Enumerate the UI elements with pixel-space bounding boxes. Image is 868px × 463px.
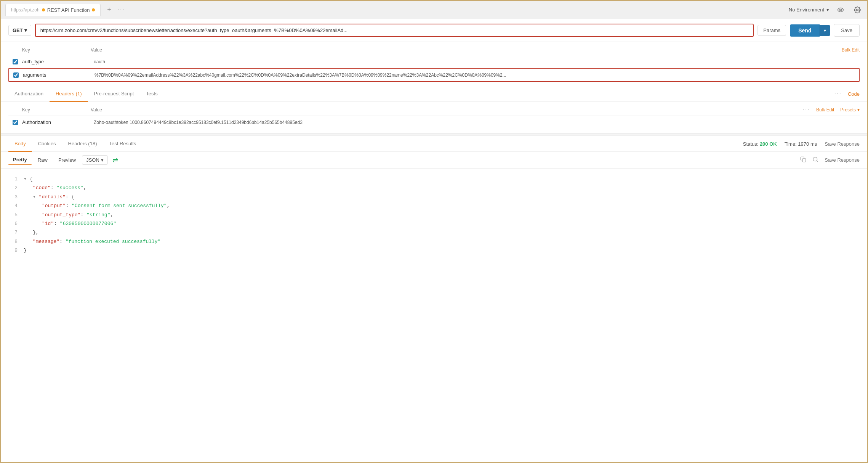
- params-row-1-checkbox[interactable]: [13, 59, 18, 64]
- json-content-4: "output": "Consent form sent successfull…: [24, 201, 170, 210]
- response-tab-test-results[interactable]: Test Results: [103, 136, 142, 152]
- json-content-5: "output_type": "string",: [24, 211, 113, 219]
- fmt-tab-preview[interactable]: Preview: [54, 155, 80, 165]
- fmt-tab-raw[interactable]: Raw: [33, 155, 52, 165]
- json-content-1: ▾ {: [24, 175, 32, 183]
- tab-authorization[interactable]: Authorization: [8, 86, 50, 102]
- line-num-1: 1: [8, 175, 18, 183]
- response-section: Body Cookies Headers (18) Test Results S…: [1, 136, 867, 462]
- tab-pre-request-script[interactable]: Pre-request Script: [88, 86, 140, 102]
- json-line-9: 9 }: [8, 246, 860, 255]
- tabs-more-icon[interactable]: ···: [834, 90, 842, 97]
- headers-row-1: Authorization Zoho-oauthtoken 1000.86074…: [8, 116, 860, 129]
- tab-prefix: https://api.zoh: [11, 7, 40, 13]
- save-button[interactable]: Save: [834, 24, 860, 37]
- svg-line-4: [817, 161, 818, 162]
- headers-row-1-key: Authorization: [22, 118, 91, 127]
- json-body: 1 ▾ { 2 "code": "success", 3 ▾ "details"…: [1, 169, 867, 462]
- json-content-7: },: [24, 228, 39, 237]
- line-num-2: 2: [8, 183, 18, 192]
- json-line-1: 1 ▾ {: [8, 175, 860, 183]
- presets-button[interactable]: Presets ▾: [840, 107, 860, 113]
- presets-chevron-icon: ▾: [857, 107, 860, 113]
- active-tab[interactable]: https://api.zoh REST API Function: [5, 4, 101, 16]
- gear-icon[interactable]: [852, 5, 863, 15]
- response-tab-headers[interactable]: Headers (18): [62, 136, 103, 152]
- params-row-2: arguments %7B%0D%0A%09%22emailAddress%22…: [8, 68, 860, 82]
- save-response-button[interactable]: Save Response: [825, 141, 860, 147]
- line-num-8: 8: [8, 237, 18, 246]
- environment-selector[interactable]: No Environment ▾: [789, 7, 829, 13]
- json-line-7: 7 },: [8, 228, 860, 237]
- send-dropdown-button[interactable]: ▾: [820, 25, 830, 36]
- response-info: Status: 200 OK Time: 1970 ms Save Respon…: [743, 141, 860, 147]
- headers-header: Key Value ··· Bulk Edit Presets ▾: [8, 105, 860, 116]
- format-selector[interactable]: JSON ▾: [82, 155, 108, 165]
- params-section: Key Value Bulk Edit auth_type oauth argu…: [1, 42, 867, 86]
- params-row-1-key: auth_type: [22, 57, 91, 66]
- response-tab-cookies[interactable]: Cookies: [32, 136, 62, 152]
- headers-section: Key Value ··· Bulk Edit Presets ▾ Author…: [1, 102, 867, 133]
- copy-icon[interactable]: [800, 156, 806, 164]
- code-link[interactable]: Code: [848, 91, 860, 97]
- svg-point-1: [857, 9, 858, 11]
- tab-headers[interactable]: Headers (1): [50, 86, 88, 102]
- tab-dot-2: [92, 8, 95, 11]
- settings-eye-icon[interactable]: [835, 5, 846, 15]
- json-content-9: }: [24, 246, 27, 255]
- response-format-tabs: Pretty Raw Preview JSON ▾ ⇌ Save Respons…: [1, 152, 867, 169]
- headers-key-header: Key: [22, 107, 91, 113]
- json-content-6: "id": "63095000000077006": [24, 219, 116, 228]
- headers-row-1-checkbox[interactable]: [13, 120, 18, 125]
- new-tab-button[interactable]: +: [104, 5, 114, 15]
- line-num-6: 6: [8, 219, 18, 228]
- line-num-9: 9: [8, 246, 18, 255]
- params-row-2-checkbox-cell: [9, 72, 23, 78]
- line-num-3: 3: [8, 193, 18, 201]
- tab-more-button[interactable]: ···: [117, 6, 125, 13]
- search-icon[interactable]: [812, 156, 818, 164]
- method-selector[interactable]: GET ▾: [8, 25, 31, 36]
- response-tabs-nav: Body Cookies Headers (18) Test Results S…: [1, 136, 867, 152]
- method-chevron-icon: ▾: [24, 27, 27, 33]
- url-bar: GET ▾ Params Send ▾ Save: [1, 19, 867, 42]
- tab-tests[interactable]: Tests: [140, 86, 163, 102]
- params-row-1-checkbox-cell: [8, 59, 22, 64]
- fmt-right: Save Response: [800, 156, 860, 164]
- url-input[interactable]: [36, 24, 753, 36]
- time-value: 1970 ms: [798, 141, 817, 147]
- tab-label: REST API Function: [47, 7, 90, 13]
- tab-dot-1: [42, 8, 45, 11]
- tab-bar: https://api.zoh REST API Function + ··· …: [1, 1, 867, 19]
- headers-bulk-edit[interactable]: Bulk Edit: [816, 107, 834, 113]
- params-bulk-edit[interactable]: Bulk Edit: [842, 47, 860, 53]
- params-button[interactable]: Params: [757, 25, 786, 36]
- fmt-tab-pretty[interactable]: Pretty: [8, 155, 32, 165]
- json-line-5: 5 "output_type": "string",: [8, 211, 860, 219]
- headers-more-icon[interactable]: ···: [803, 106, 810, 113]
- send-group: Send ▾: [790, 24, 830, 37]
- save-response-label[interactable]: Save Response: [825, 157, 860, 163]
- svg-point-0: [840, 9, 842, 11]
- request-tabs-nav: Authorization Headers (1) Pre-request Sc…: [1, 86, 867, 102]
- json-content-2: "code": "success",: [24, 183, 86, 192]
- json-line-4: 4 "output": "Consent form sent successfu…: [8, 201, 860, 210]
- headers-row-1-value: Zoho-oauthtoken 1000.8607494449c8bc1e392…: [91, 118, 860, 127]
- response-tab-body[interactable]: Body: [8, 136, 32, 152]
- json-line-3: 3 ▾ "details": {: [8, 193, 860, 201]
- no-environment-label: No Environment: [789, 7, 824, 13]
- presets-label: Presets: [840, 107, 856, 113]
- params-row-1-value: oauth: [91, 58, 860, 66]
- wrap-icon[interactable]: ⇌: [112, 156, 118, 164]
- app-container: https://api.zoh REST API Function + ··· …: [0, 0, 868, 463]
- method-label: GET: [13, 27, 23, 33]
- send-button[interactable]: Send: [790, 24, 820, 37]
- url-input-container: [35, 24, 754, 37]
- json-line-2: 2 "code": "success",: [8, 183, 860, 192]
- env-chevron-icon: ▾: [826, 7, 829, 13]
- params-row-1: auth_type oauth: [8, 55, 860, 68]
- params-row-2-checkbox[interactable]: [13, 72, 19, 78]
- status-label: Status: 200 OK: [743, 141, 777, 147]
- line-num-4: 4: [8, 201, 18, 210]
- params-header: Key Value Bulk Edit: [8, 46, 860, 55]
